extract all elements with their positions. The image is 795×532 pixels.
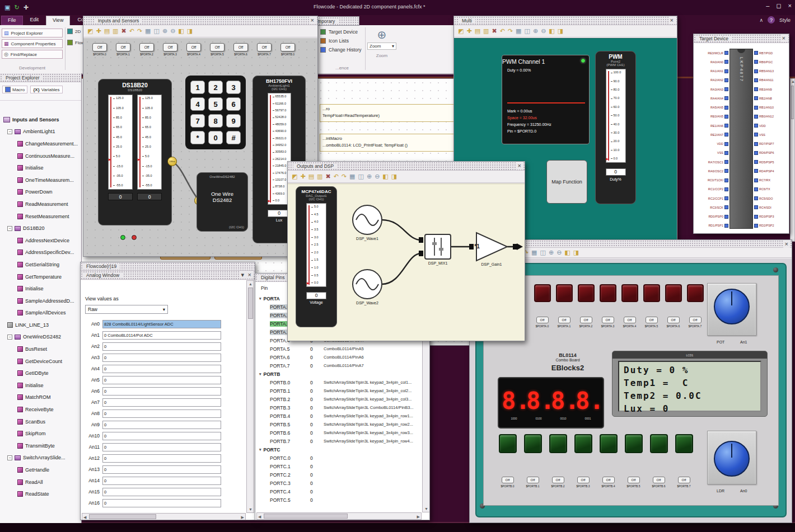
grid-icon[interactable]: ▦ — [349, 173, 355, 180]
keypad-key[interactable]: # — [226, 131, 241, 144]
pin-row-portb-6[interactable]: PORTB.60SwitchArraySlideTipin3L keypad_3… — [255, 429, 420, 437]
project-explorer-button[interactable]: ▤Project Explorer — [2, 29, 63, 37]
pwm-scope-component[interactable]: PWM Channel 1 Duty = 0.00% Mark = 0.00us… — [502, 55, 590, 144]
close-icon[interactable]: × — [788, 2, 792, 10]
keypad-key[interactable]: 9 — [226, 114, 241, 128]
panel-titlebar[interactable]: Inputs and Sensors × — [83, 16, 317, 25]
pin-row-portb-7[interactable]: PORTB.70SwitchArraySlideTipin3L keypad_3… — [255, 437, 420, 445]
analog-value-field[interactable]: 0 — [102, 465, 221, 474]
analog-value-field[interactable]: 0 — [102, 365, 221, 373]
analog-value-field[interactable]: 0 — [102, 376, 221, 384]
switch-button[interactable]: Off — [92, 43, 107, 51]
analog-value-field[interactable]: 0 — [102, 398, 221, 407]
analog-value-field[interactable]: 0 — [102, 354, 221, 362]
view-option-change-history[interactable]: Change History — [320, 47, 362, 53]
pin-pad[interactable] — [724, 196, 728, 200]
view-option-icon-lists[interactable]: Icon Lists — [320, 38, 362, 44]
vertical-scrollbar[interactable]: ▲ — [790, 78, 795, 242]
window-subtitlebar[interactable]: Flowcode(r)19 — [81, 262, 255, 271]
bring-front-icon[interactable]: ◧ — [178, 28, 184, 34]
help-icon[interactable]: ? — [768, 16, 775, 23]
snap-icon[interactable]: ◫ — [540, 249, 546, 256]
analog-value-field[interactable]: 0 — [102, 443, 221, 451]
paste-icon[interactable]: ▥ — [483, 28, 489, 34]
pin-pad[interactable] — [754, 196, 758, 200]
zoom-out-icon[interactable]: ⊖ — [541, 28, 546, 34]
pin-pad[interactable] — [724, 224, 728, 228]
zoom-icon[interactable]: ⊕ — [367, 28, 396, 41]
wave2-label[interactable]: DSP_Wave2 — [349, 301, 385, 305]
pin-pad[interactable] — [754, 115, 758, 119]
panel-titlebar[interactable]: Project Explorer — [0, 73, 81, 82]
pin-pad[interactable] — [754, 187, 758, 191]
view-values-dropdown[interactable]: Raw ▾ — [85, 305, 168, 314]
pin-pad[interactable] — [724, 106, 728, 110]
maximize-icon[interactable]: ◻ — [776, 2, 781, 10]
off-button[interactable]: Off — [678, 477, 690, 483]
off-button[interactable]: Off — [667, 317, 680, 323]
tree-item-gettemperature[interactable]: GetTemperature — [0, 271, 81, 283]
keypad-key[interactable]: 4 — [190, 97, 205, 111]
pin-row-portc-1[interactable]: PORTC.10 — [255, 462, 420, 470]
add-icon[interactable]: ✚ — [466, 28, 471, 34]
tree-item-skiprom[interactable]: SkipRom — [0, 427, 81, 440]
off-button[interactable]: Off — [602, 477, 615, 483]
undo-icon[interactable]: ↶ — [129, 28, 134, 34]
macro-section-button[interactable]: Macro — [2, 86, 27, 93]
close-icon[interactable]: × — [246, 271, 253, 279]
pwm-slider-component[interactable]: PWM Point2 (PWM CH1) 100.090.080.070.060… — [595, 51, 636, 204]
close-icon[interactable]: × — [780, 35, 787, 42]
analog-value-field[interactable]: 0 — [102, 499, 221, 507]
new-icon[interactable]: ✚ — [24, 4, 29, 11]
minimize-icon[interactable]: – — [766, 2, 769, 10]
potentiometer-knob[interactable] — [714, 289, 750, 324]
map-function-component[interactable]: Map Function — [546, 160, 587, 204]
switch-button[interactable]: Off — [163, 43, 177, 51]
flowchart-call-box[interactable]: ...ro TempFloat=ReadTemperature) — [320, 104, 454, 122]
tree-group-ambientlight1[interactable]: −AmbientLight1 — [0, 126, 81, 138]
panel-canvas[interactable]: Off$PORTA.0Off$PORTA.1Off$PORTA.2Off$POR… — [83, 38, 317, 256]
off-button[interactable]: Off — [552, 477, 564, 483]
off-button[interactable]: Off — [536, 317, 549, 323]
pin-pad[interactable] — [724, 96, 728, 100]
pin-pad[interactable] — [754, 78, 758, 82]
grid-icon[interactable]: ▦ — [145, 28, 151, 34]
panel-titlebar[interactable]: Outputs and DSP × — [288, 162, 525, 171]
zoom-out-icon[interactable]: ⊖ — [375, 173, 380, 180]
pin-row-portc-3[interactable]: PORTC.30 — [255, 479, 420, 487]
panel-titlebar[interactable]: Analog Window ▾ × — [81, 271, 255, 280]
pin-pad[interactable] — [724, 69, 728, 73]
off-button[interactable]: Off — [624, 317, 636, 323]
pin-pad[interactable] — [754, 133, 758, 136]
ldr-knob[interactable] — [714, 441, 750, 477]
tree-item-initialise[interactable]: Initialise — [0, 283, 81, 295]
port-group-portc[interactable]: ▾PORTC — [255, 445, 420, 454]
cursor-icon[interactable]: ◩ — [458, 28, 464, 34]
pin-row-porta-6[interactable]: PORTA.60ComboBL0114/PinA6 — [255, 353, 420, 361]
tree-item-readmeasurement[interactable]: ReadMeasurement — [0, 198, 81, 210]
tree-item-transmitbyte[interactable]: TransmitByte — [0, 440, 81, 452]
switch-button[interactable]: Off — [233, 43, 248, 51]
tree-item-readall[interactable]: ReadAll — [0, 476, 81, 488]
expander-icon[interactable]: − — [7, 129, 12, 134]
keypad-key[interactable]: * — [190, 131, 205, 144]
panel-titlebar[interactable]: Target Device × — [694, 34, 789, 43]
ds18b20-component[interactable]: DS18B20 DS18B20 125.0105.085.065.045.025… — [98, 79, 172, 225]
paste-icon[interactable]: ▥ — [317, 173, 322, 180]
off-button[interactable]: Off — [577, 477, 590, 483]
ribbon-tab-edit[interactable]: Edit — [24, 16, 45, 25]
red-led[interactable] — [132, 235, 137, 240]
pin-pad[interactable] — [754, 96, 758, 100]
pin-pad[interactable] — [724, 60, 728, 64]
scrollbar-thumb[interactable] — [89, 514, 156, 519]
send-back-icon[interactable]: ◨ — [391, 173, 397, 180]
tree-item-scanbus[interactable]: ScanBus — [0, 416, 81, 428]
zoom-out-icon[interactable]: ⊖ — [170, 28, 175, 34]
keypad-key[interactable]: 2 — [208, 81, 223, 94]
scroll-up-icon[interactable]: ▲ — [791, 79, 795, 83]
pin-pad[interactable] — [754, 106, 758, 110]
tree-root[interactable]: Inputs and Sensors — [0, 114, 81, 126]
keypad-key[interactable]: 7 — [190, 114, 205, 128]
delete-icon[interactable]: ✖ — [492, 28, 497, 34]
pin-pad[interactable] — [754, 224, 758, 228]
